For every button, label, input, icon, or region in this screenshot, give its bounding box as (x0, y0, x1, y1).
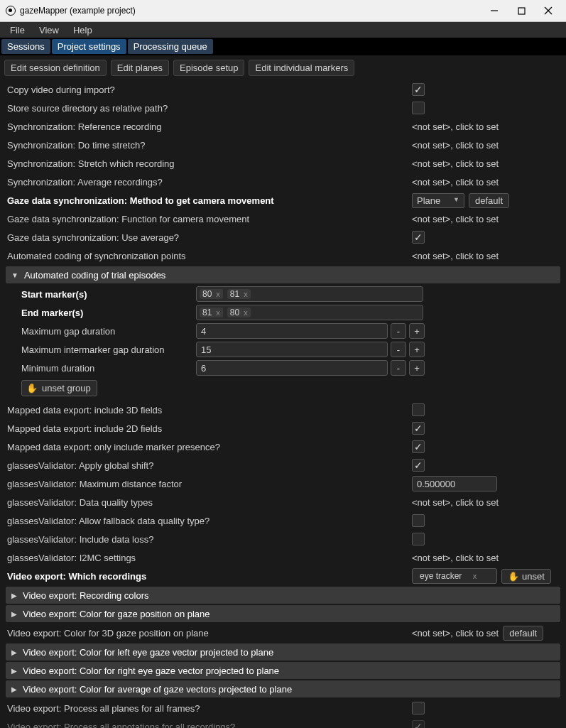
gaze-method-label: Gaze data synchronization: Method to get… (7, 195, 412, 206)
gv-i2mc-value[interactable]: <not set>, click to set (412, 553, 499, 563)
svg-rect-1 (518, 8, 525, 14)
export-2d-checkbox[interactable]: ✓ (412, 422, 425, 435)
collapse-right-icon: ▶ (11, 685, 17, 693)
ve-avg-eye-section-label: Video export: Color for average of gaze … (23, 684, 292, 695)
gv-data-loss-label: glassesValidator: Include data loss? (7, 534, 412, 545)
min-duration-label: Minimum duration (21, 363, 196, 374)
start-markers-input[interactable]: 80x 81x (196, 286, 423, 302)
window-titlebar: gazeMapper (example project) (0, 0, 566, 22)
ve-3d-gaze-value[interactable]: <not set>, click to set (412, 628, 499, 639)
auto-trial-section-label: Automated coding of trial episodes (24, 270, 165, 281)
decrement-button[interactable]: - (391, 360, 406, 376)
export-marker-presence-checkbox[interactable]: ✓ (412, 440, 425, 453)
gaze-func-value[interactable]: <not set>, click to set (412, 214, 499, 224)
maximize-button[interactable] (515, 4, 528, 17)
sync-ref-label: Synchronization: Reference recording (7, 121, 412, 132)
marker-tag: 81x (200, 308, 223, 317)
increment-button[interactable]: + (409, 323, 425, 339)
ve-3d-gaze-label: Video export: Color for 3D gaze position… (7, 628, 412, 639)
gv-fallback-checkbox[interactable] (412, 514, 425, 527)
settings-panel: Copy video during import? ✓ Store source… (0, 80, 566, 728)
tag-remove-icon[interactable]: x (244, 308, 248, 317)
ve-gaze-plane-section-label: Video export: Color for gaze position on… (23, 609, 210, 619)
export-3d-checkbox[interactable] (412, 403, 425, 416)
ve-avg-eye-section-header[interactable]: ▶ Video export: Color for average of gaz… (6, 680, 560, 697)
start-markers-label: Start marker(s) (21, 289, 196, 300)
ve-all-annotations-label: Video export: Process all annotations fo… (7, 722, 412, 729)
ve-all-planes-checkbox[interactable] (412, 702, 425, 715)
sync-stretch-which-value[interactable]: <not set>, click to set (412, 158, 499, 169)
ve-which-label: Video export: Which recordings (7, 571, 412, 582)
increment-button[interactable]: + (409, 342, 425, 357)
ve-right-eye-section-header[interactable]: ▶ Video export: Color for right eye gaze… (6, 662, 560, 679)
ve-all-annotations-checkbox[interactable]: ✓ (412, 720, 425, 728)
ve-3d-gaze-default-button[interactable]: default (503, 626, 543, 641)
edit-session-def-button[interactable]: Edit session definition (4, 60, 107, 76)
menu-help[interactable]: Help (67, 23, 98, 37)
gv-data-loss-checkbox[interactable] (412, 533, 425, 545)
decrement-button[interactable]: - (391, 323, 406, 339)
hand-icon: ✋ (508, 571, 519, 582)
ve-which-unset-button[interactable]: ✋ unset (501, 569, 551, 584)
tag-remove-icon[interactable]: x (244, 290, 248, 298)
tag-remove-icon[interactable]: x (216, 308, 220, 317)
tab-project-settings[interactable]: Project settings (52, 39, 126, 54)
tag-remove-icon[interactable]: x (473, 572, 477, 580)
gv-dq-types-label: glassesValidator: Data quality types (7, 497, 412, 508)
close-button[interactable] (542, 4, 555, 17)
min-duration-input[interactable]: 6 (196, 360, 388, 376)
edit-individual-markers-button[interactable]: Edit individual markers (249, 60, 354, 76)
gv-max-dist-input[interactable]: 0.500000 (412, 476, 497, 491)
gv-global-shift-checkbox[interactable]: ✓ (412, 459, 425, 472)
export-marker-presence-label: Mapped data export: only include marker … (7, 442, 412, 452)
gaze-method-dropdown[interactable]: Plane (412, 193, 464, 208)
sync-stretch-label: Synchronization: Do time stretch? (7, 140, 412, 151)
gv-i2mc-label: glassesValidator: I2MC settings (7, 553, 412, 563)
sync-avg-value[interactable]: <not set>, click to set (412, 177, 499, 188)
ve-which-tag-input[interactable]: eye tracker x (412, 568, 497, 584)
sync-stretch-value[interactable]: <not set>, click to set (412, 140, 499, 151)
ve-gaze-plane-section-header[interactable]: ▶ Video export: Color for gaze position … (6, 605, 560, 622)
ve-left-eye-section-header[interactable]: ▶ Video export: Color for left eye gaze … (6, 643, 560, 661)
sync-ref-value[interactable]: <not set>, click to set (412, 121, 499, 132)
end-markers-input[interactable]: 81x 80x (196, 305, 423, 320)
decrement-button[interactable]: - (391, 342, 406, 357)
gaze-use-avg-label: Gaze data synchronization: Use average? (7, 232, 412, 243)
copy-video-checkbox[interactable]: ✓ (412, 83, 425, 96)
increment-button[interactable]: + (409, 360, 425, 376)
window-title: gazeMapper (example project) (20, 6, 136, 16)
collapse-right-icon: ▶ (11, 592, 17, 599)
episode-setup-button[interactable]: Episode setup (173, 60, 244, 76)
tag-remove-icon[interactable]: x (216, 290, 220, 298)
tab-sessions[interactable]: Sessions (1, 39, 50, 54)
auto-sync-points-value[interactable]: <not set>, click to set (412, 251, 499, 261)
store-src-label: Store source directory as relative path? (7, 103, 412, 114)
ve-colors-section-header[interactable]: ▶ Video export: Recording colors (6, 587, 560, 604)
tab-processing-queue[interactable]: Processing queue (128, 39, 213, 54)
collapse-down-icon: ▼ (11, 271, 18, 279)
export-3d-label: Mapped data export: include 3D fields (7, 405, 412, 415)
gv-max-dist-label: glassesValidator: Maximum distance facto… (7, 479, 412, 489)
ve-colors-section-label: Video export: Recording colors (23, 590, 149, 601)
auto-trial-section-header[interactable]: ▼ Automated coding of trial episodes (6, 266, 560, 283)
sync-stretch-which-label: Synchronization: Stretch which recording (7, 158, 412, 169)
minimize-button[interactable] (488, 4, 501, 17)
collapse-right-icon: ▶ (11, 667, 17, 675)
gaze-method-default-button[interactable]: default (469, 193, 509, 208)
edit-planes-button[interactable]: Edit planes (111, 60, 169, 76)
gv-dq-types-value[interactable]: <not set>, click to set (412, 497, 499, 508)
max-gap-input[interactable]: 4 (196, 323, 388, 339)
unset-group-button[interactable]: ✋ unset group (21, 380, 97, 396)
ve-right-eye-section-label: Video export: Color for right eye gaze v… (23, 665, 279, 676)
max-intermarker-input[interactable]: 15 (196, 342, 388, 357)
ve-all-planes-label: Video export: Process all planes for all… (7, 703, 412, 714)
collapse-right-icon: ▶ (11, 610, 17, 618)
recording-tag: eye tracker x (417, 571, 479, 581)
sub-button-row: Edit session definition Edit planes Epis… (0, 55, 566, 80)
marker-tag: 80x (200, 289, 223, 299)
store-src-checkbox[interactable] (412, 102, 425, 114)
max-gap-label: Maximum gap duration (21, 326, 196, 337)
menu-view[interactable]: View (33, 23, 65, 37)
menu-file[interactable]: File (4, 23, 31, 37)
gaze-use-avg-checkbox[interactable]: ✓ (412, 231, 425, 244)
